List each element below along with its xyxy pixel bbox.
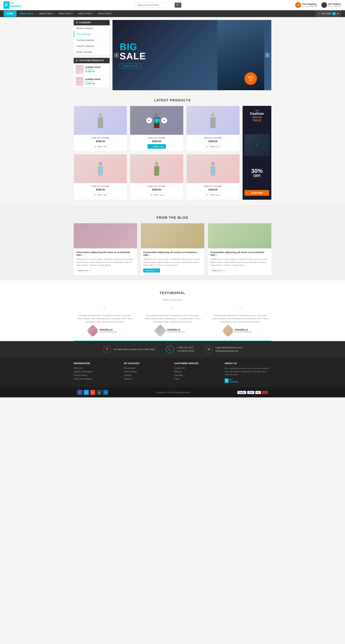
compare-icon-6[interactable]: ⊕ — [218, 166, 223, 172]
product-img-1: 👁 ♥ ⊕ — [74, 106, 127, 135]
author-name-3: ANNABELLE — [235, 328, 252, 331]
top-header: F New Fashion 🔍 🚚 Free Shipping on order… — [0, 0, 345, 10]
read-more-btn-3[interactable]: Read more >> — [210, 268, 227, 272]
compare-icon-4[interactable]: ⊕ — [105, 166, 111, 172]
compare-icon-2[interactable]: ⊕ — [161, 118, 167, 123]
compare-icon-3[interactable]: ⊕ — [218, 118, 223, 123]
footer-refund-link[interactable]: Refund — [174, 370, 221, 373]
add-to-cart-btn-3[interactable]: 🛒 Add to cart — [204, 144, 222, 149]
view-icon-2[interactable]: 👁 — [146, 118, 152, 123]
blog-content-1: Consectetur adipiscing elit vivam us id … — [74, 248, 137, 275]
testimonial-title: TESTIMONIAL — [0, 291, 345, 295]
product-card-5: 👁 ♥ ⊕ Nulla nec convallis $359.00 🛒 Add … — [130, 154, 183, 200]
product-name-1: Nulla nec convallis — [74, 136, 127, 139]
top-rated-item-1[interactable]: SUMMER WEAR ★★★★★ $1,800.00 — [74, 64, 110, 76]
wishlist-icon-3[interactable]: ♥ — [210, 118, 216, 123]
compare-icon-5[interactable]: ⊕ — [161, 166, 167, 172]
view-icon-5[interactable]: 👁 — [146, 166, 152, 172]
product-name-3: Nulla nec convallis — [186, 136, 240, 139]
hero-title-line2: SALE — [120, 52, 146, 61]
footer-sitemap-link[interactable]: Site Map — [174, 374, 221, 376]
nav-home[interactable]: HOME — [4, 10, 16, 17]
compare-icon-1[interactable]: ⊕ — [105, 118, 111, 123]
googleplus-alt-icon[interactable]: g — [97, 390, 102, 395]
nav-item-1[interactable]: MENU ITEM 1 — [16, 10, 36, 17]
wishlist-icon-5[interactable]: ♥ — [154, 166, 160, 172]
support-icon: 📱 — [321, 2, 327, 8]
top-rated-item-2[interactable]: SUMMER WEAR ★★★★★ $1,800.00 — [74, 76, 110, 88]
shop-now-button[interactable]: SHOP NOW — [244, 190, 270, 196]
read-more-btn-1[interactable]: Read more >> — [76, 268, 93, 272]
search-button[interactable]: 🔍 — [175, 3, 181, 8]
add-to-cart-btn-2[interactable]: 🛒 Add to cart — [148, 144, 166, 149]
footer-contact-link[interactable]: Contact Us — [174, 367, 221, 369]
sidebar-item-women[interactable]: Women collection — [74, 26, 110, 32]
view-icon-3[interactable]: 👁 — [202, 118, 208, 123]
footer-links-grid: INFORMATION About Us Delivery Informatio… — [74, 362, 271, 383]
wishlist-icon-6[interactable]: ♥ — [210, 166, 216, 172]
hero-cta-button[interactable]: REDEEM OFFER — [120, 64, 142, 68]
sidebar-item-summer[interactable]: Summer collection — [74, 43, 110, 49]
linkedin-icon[interactable]: in — [103, 390, 108, 395]
footer-wishlist-link[interactable]: Wishlist — [124, 374, 171, 376]
wishlist-icon-4[interactable]: ♥ — [98, 166, 103, 172]
testimonial-text-1: commodo sem id tincidunt. Suspendisse v … — [76, 314, 134, 324]
facebook-icon[interactable]: f — [77, 390, 82, 395]
sidebar-item-men[interactable]: Men collection — [74, 32, 110, 38]
nav-item-4[interactable]: MENU ITEM 4 — [76, 10, 95, 17]
blog-grid: Consectetur adipiscing elit vivam us id … — [74, 223, 271, 275]
top-rated-list: SUMMER WEAR ★★★★★ $1,800.00 SUMMER WEAR … — [74, 63, 110, 88]
product-card-3: 👁 ♥ ⊕ Nulla nec convallis $359.00 🛒 Add … — [186, 106, 240, 151]
author-info-1: ANNABELLE FASHION DESIGNER — [99, 328, 117, 333]
sidebar-item-trending[interactable]: Trending collection — [74, 38, 110, 43]
add-to-cart-label-6: Add to cart — [210, 194, 220, 196]
blog-post-text-1: Vestibulum nec mauris sapien. Vestibulum… — [76, 258, 134, 267]
twitter-icon[interactable]: t — [84, 390, 89, 395]
view-icon-6[interactable]: 👁 — [202, 166, 208, 172]
view-icon-1[interactable]: 👁 — [90, 118, 96, 123]
footer-info-title: INFORMATION — [74, 362, 120, 365]
nav-item-3[interactable]: MENU ITEM 3 — [56, 10, 76, 17]
logo[interactable]: F New Fashion — [4, 2, 21, 9]
product-name-2: Nulla nec convallis — [130, 136, 183, 139]
blog-post-title-1: Consectetur adipiscing elit vivam us id … — [76, 251, 134, 256]
maestro-icon: MC — [262, 391, 268, 394]
footer-privacy-link[interactable]: Privacy Policy — [74, 374, 120, 376]
footer-faq-link[interactable]: Faq's — [174, 378, 221, 380]
add-to-cart-btn-1[interactable]: 🛒 Add to cart — [91, 144, 110, 149]
search-input[interactable] — [135, 3, 175, 8]
shipping-info: Free Shipping on order above $10 — [302, 3, 318, 7]
view-icon-4[interactable]: 👁 — [90, 166, 96, 172]
wishlist-icon-1[interactable]: ♥ — [98, 118, 103, 123]
cart-icon-2: 🛒 — [150, 145, 153, 148]
footer-myaccount-link[interactable]: My Account — [124, 367, 171, 369]
hero-badge-percent: 30% — [248, 76, 254, 79]
blog-card-1: Consectetur adipiscing elit vivam us id … — [74, 223, 137, 275]
footer-delivery-link[interactable]: Delivery Information — [74, 370, 120, 373]
top-rated-stars-1: ★★★★★ — [85, 68, 100, 70]
nav-item-2[interactable]: MENU ITEM 2 — [36, 10, 56, 17]
product-card-6: 👁 ♥ ⊕ Nulla nec convallis $359.00 🛒 Add … — [186, 154, 240, 200]
add-to-cart-btn-4[interactable]: 🛒 Add to cart — [91, 192, 110, 197]
add-to-cart-btn-6[interactable]: 🛒 Add to cart — [204, 192, 222, 197]
cart-icon-1: 🛒 — [94, 145, 96, 148]
add-to-cart-btn-5[interactable]: 🛒 Add to cart — [148, 192, 166, 197]
menu-icon: ☰ — [76, 22, 78, 24]
footer-orderhistory-link[interactable]: Order History — [124, 370, 171, 373]
read-more-btn-2[interactable]: Read more >> — [143, 268, 160, 272]
nav-cart[interactable]: 🛒 MY CART 0 ▼ — [316, 10, 342, 17]
hero-person-silhouette — [218, 20, 264, 90]
free-shipping-item: 🚚 Free Shipping on order above $10 — [295, 2, 318, 8]
googleplus-icon[interactable]: G — [90, 390, 95, 395]
testimonial-card-1: “ commodo sem id tincidunt. Suspendisse … — [74, 305, 136, 336]
footer-terms-link[interactable]: Terms & Conditions — [74, 378, 120, 380]
search-bar[interactable]: 🔍 — [135, 2, 182, 8]
wishlist-icon-2[interactable]: ♥ — [154, 118, 160, 123]
sidebar-item-winter[interactable]: Winter collection — [74, 49, 110, 55]
footer-about-link[interactable]: About Us — [74, 367, 120, 369]
nav-item-5[interactable]: MENU ITEM 5 — [95, 10, 115, 17]
footer-bottom-inner: f t G g in Copyright © 2016, All Rights … — [74, 390, 271, 395]
hero-next-button[interactable]: ❯ — [265, 53, 270, 58]
footer-returns-link[interactable]: Returns — [124, 378, 171, 380]
hero-prev-button[interactable]: ❮ — [114, 53, 119, 58]
